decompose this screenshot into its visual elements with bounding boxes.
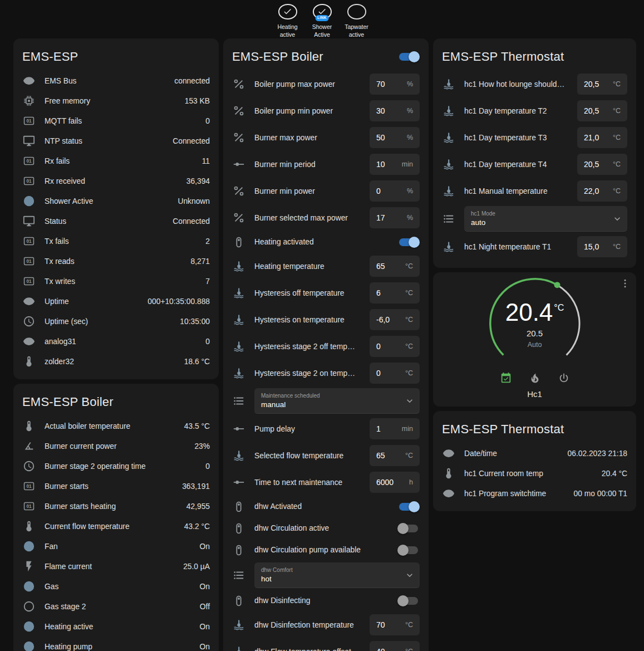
- badge-shower-active-button[interactable]: LINK: [313, 4, 332, 19]
- row-status[interactable]: StatusConnected: [22, 211, 210, 231]
- row-burner-min-period[interactable]: Burner min period10min: [232, 151, 420, 178]
- number-input-burner-min-period[interactable]: 10min: [370, 154, 420, 175]
- row-gas-stage-2[interactable]: Gas stage 2Off: [22, 596, 210, 616]
- row-boiler-pump-min-power[interactable]: Boiler pump min power30%: [232, 97, 420, 124]
- number-input-hc1-how-hot-lounge-should[interactable]: 20,5°C: [577, 74, 627, 95]
- number-input-hc1-manual-temperature[interactable]: 22,0°C: [577, 180, 627, 202]
- row-rx-received[interactable]: 01Rx received36,394: [22, 171, 210, 191]
- number-input-hc1-day-temperature-t2[interactable]: 20,5°C: [577, 100, 627, 121]
- row-fan[interactable]: FanOn: [22, 536, 210, 556]
- row-maintenance-scheduled[interactable]: Maintenance scheduledmanual: [232, 386, 420, 415]
- row-actual-boiler-temperature[interactable]: Actual boiler temperature43.5 °C: [22, 416, 210, 436]
- row-hc1-day-temperature-t3[interactable]: hc1 Day temperature T321,0°C: [442, 124, 627, 151]
- number-input-hc1-day-temperature-t3[interactable]: 21,0°C: [577, 127, 627, 148]
- number-input-hysteresis-off-temperature[interactable]: 6°C: [370, 282, 420, 304]
- row-mqtt-fails[interactable]: 01MQTT fails0: [22, 111, 210, 131]
- row-hc1-mode[interactable]: hc1 Modeauto: [442, 204, 627, 233]
- row-dhw-disinfection-temperature[interactable]: dhw Disinfection temperature70°C: [232, 611, 420, 638]
- row-burner-starts[interactable]: 01Burner starts363,191: [22, 476, 210, 496]
- row-hc1-day-temperature-t4[interactable]: hc1 Day temperature T420,5°C: [442, 151, 627, 178]
- number-input-hc1-day-temperature-t4[interactable]: 20,5°C: [577, 154, 627, 175]
- row-date-time[interactable]: Date/time06.02.2023 21:18: [442, 443, 627, 463]
- row-tx-fails[interactable]: 01Tx fails2: [22, 231, 210, 251]
- select-hc1-mode[interactable]: hc1 Modeauto: [464, 206, 627, 232]
- calendar-check-icon[interactable]: [499, 372, 513, 384]
- row-burner-current-power[interactable]: Burner current power23%: [22, 436, 210, 456]
- number-input-dhw-flow-temperature-offset[interactable]: 40°C: [370, 641, 420, 651]
- row-hysteresis-on-temperature[interactable]: Hysteresis on temperature-6,0°C: [232, 306, 420, 333]
- row-pump-delay[interactable]: Pump delay1min: [232, 415, 420, 442]
- row-hc1-how-hot-lounge-should[interactable]: hc1 How hot lounge should…20,5°C: [442, 71, 627, 97]
- number-input-burner-max-power[interactable]: 50%: [370, 127, 420, 148]
- row-dhw-activated[interactable]: dhw Activated: [232, 496, 420, 517]
- toggle-heating-activated[interactable]: [399, 238, 418, 246]
- row-heating-temperature[interactable]: Heating temperature65°C: [232, 253, 420, 280]
- row-hc1-manual-temperature[interactable]: hc1 Manual temperature22,0°C: [442, 178, 627, 204]
- number-input-hysteresis-stage-2-off-temp[interactable]: 0°C: [370, 336, 420, 357]
- select-maintenance-scheduled[interactable]: Maintenance scheduledmanual: [254, 388, 420, 414]
- toggle-dhw-circulation-active[interactable]: [399, 525, 418, 532]
- number-input-heating-temperature[interactable]: 65°C: [370, 256, 420, 277]
- toggle-dhw-circulation-pump-available[interactable]: [399, 546, 418, 554]
- number-input-burner-min-power[interactable]: 0%: [370, 180, 420, 202]
- row-dhw-comfort[interactable]: dhw Comforthot: [232, 561, 420, 590]
- row-selected-flow-temperature[interactable]: Selected flow temperature65°C: [232, 442, 420, 469]
- toggle-dhw-disinfecting[interactable]: [399, 597, 418, 605]
- row-dhw-disinfecting[interactable]: dhw Disinfecting: [232, 590, 420, 611]
- row-time-to-next-maintenance[interactable]: Time to next maintenance6000h: [232, 469, 420, 496]
- row-burner-selected-max-power[interactable]: Burner selected max power17%: [232, 204, 420, 231]
- row-dhw-circulation-active[interactable]: dhw Circulation active: [232, 517, 420, 539]
- row-current-flow-temperature[interactable]: Current flow temperature43.2 °C: [22, 516, 210, 536]
- badge-label: Heating active: [273, 23, 303, 38]
- row-tx-reads[interactable]: 01Tx reads8,271: [22, 251, 210, 271]
- row-hc1-night-temperature-t1[interactable]: hc1 Night temperature T115,0°C: [442, 233, 627, 260]
- row-analog31[interactable]: analog310: [22, 331, 210, 351]
- row-burner-min-power[interactable]: Burner min power0%: [232, 178, 420, 204]
- row-hysteresis-off-temperature[interactable]: Hysteresis off temperature6°C: [232, 280, 420, 306]
- row-hysteresis-stage-2-off-temp[interactable]: Hysteresis stage 2 off temp…0°C: [232, 333, 420, 360]
- number-input-pump-delay[interactable]: 1min: [370, 418, 420, 439]
- row-uptime-sec[interactable]: Uptime (sec)10:35:00: [22, 311, 210, 331]
- row-free-memory[interactable]: Free memory153 KB: [22, 91, 210, 111]
- row-heating-pump[interactable]: Heating pumpOn: [22, 637, 210, 651]
- row-hc1-current-room-temp[interactable]: hc1 Current room temp20.4 °C: [442, 463, 627, 483]
- number-input-dhw-disinfection-temperature[interactable]: 70°C: [370, 614, 420, 635]
- row-hysteresis-stage-2-on-temp[interactable]: Hysteresis stage 2 on temp…0°C: [232, 360, 420, 386]
- boiler-card-power-toggle[interactable]: [399, 53, 418, 61]
- row-heating-activated[interactable]: Heating activated: [232, 231, 420, 253]
- row-shower-active[interactable]: Shower ActiveUnknown: [22, 191, 210, 211]
- thermostat-dial[interactable]: 20.4°C 20.5 Auto: [488, 277, 582, 370]
- row-tx-writes[interactable]: 01Tx writes7: [22, 271, 210, 291]
- row-burner-starts-heating[interactable]: 01Burner starts heating42,955: [22, 496, 210, 516]
- number-input-boiler-pump-max-power[interactable]: 70%: [370, 74, 420, 95]
- row-dhw-flow-temperature-offset[interactable]: dhw Flow temperature offset40°C: [232, 638, 420, 651]
- number-input-hc1-night-temperature-t1[interactable]: 15,0°C: [577, 236, 627, 257]
- select-dhw-comfort[interactable]: dhw Comforthot: [254, 562, 420, 588]
- row-ntp-status[interactable]: NTP statusConnected: [22, 131, 210, 151]
- number-input-selected-flow-temperature[interactable]: 65°C: [370, 445, 420, 466]
- number-input-hysteresis-stage-2-on-temp[interactable]: 0°C: [370, 363, 420, 384]
- number-input-hysteresis-on-temperature[interactable]: -6,0°C: [370, 309, 420, 330]
- dots-vertical-icon[interactable]: [618, 278, 632, 289]
- row-gas[interactable]: GasOn: [22, 576, 210, 596]
- row-flame-current[interactable]: Flame current25.0 µA: [22, 556, 210, 576]
- row-heating-active[interactable]: Heating activeOn: [22, 616, 210, 637]
- row-ems-bus[interactable]: EMS Busconnected: [22, 71, 210, 91]
- row-burner-max-power[interactable]: Burner max power50%: [232, 124, 420, 151]
- number-input-burner-selected-max-power[interactable]: 17%: [370, 207, 420, 228]
- fire-icon[interactable]: [528, 372, 542, 384]
- badge-heating-active-button[interactable]: [278, 4, 297, 19]
- row-burner-stage-2-operating-time[interactable]: Burner stage 2 operating time0: [22, 456, 210, 476]
- row-boiler-pump-max-power[interactable]: Boiler pump max power70%: [232, 71, 420, 97]
- number-input-boiler-pump-min-power[interactable]: 30%: [370, 100, 420, 121]
- row-dhw-circulation-pump-available[interactable]: dhw Circulation pump available: [232, 539, 420, 561]
- badge-tapwater-active-button[interactable]: [347, 4, 366, 19]
- row-hc1-program-switchtime[interactable]: hc1 Program switchtime00 mo 00:00 T1: [442, 483, 627, 503]
- number-input-time-to-next-maintenance[interactable]: 6000h: [370, 472, 420, 493]
- power-icon[interactable]: [557, 372, 571, 384]
- row-hc1-day-temperature-t2[interactable]: hc1 Day temperature T220,5°C: [442, 97, 627, 124]
- row-zolder32[interactable]: zolder3218.6 °C: [22, 351, 210, 371]
- toggle-dhw-activated[interactable]: [399, 503, 418, 511]
- row-uptime[interactable]: Uptime000+10:35:00.888: [22, 291, 210, 311]
- row-rx-fails[interactable]: 01Rx fails11: [22, 151, 210, 171]
